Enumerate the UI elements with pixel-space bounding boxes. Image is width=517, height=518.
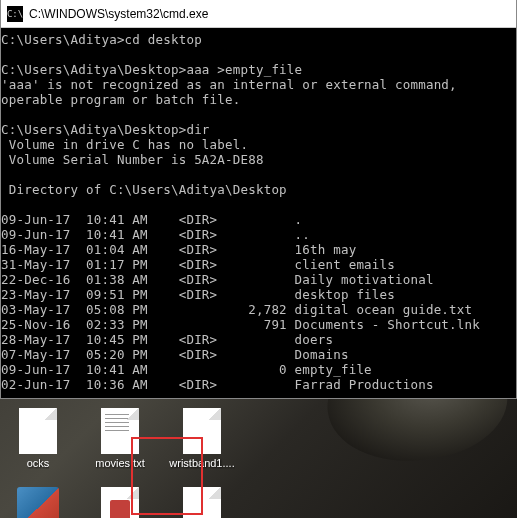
- file-icon: [183, 408, 221, 454]
- textfile-icon: [101, 408, 139, 454]
- cmd-window: C:\ C:\WINDOWS\system32\cmd.exe C:\Users…: [0, 0, 517, 399]
- desktop-icon-movies[interactable]: movies.txt: [88, 408, 152, 469]
- icon-row: op files 16th may empty_file: [4, 487, 513, 518]
- desktop-icon-wristband[interactable]: wristband1....: [170, 408, 234, 469]
- icon-label: wristband1....: [169, 457, 234, 469]
- icon-row: ocks movies.txt wristband1....: [4, 408, 513, 469]
- file-icon: [183, 487, 221, 518]
- titlebar[interactable]: C:\ C:\WINDOWS\system32\cmd.exe: [1, 0, 516, 28]
- desktop-icons-area: ocks movies.txt wristband1.... op files …: [0, 400, 517, 518]
- cmd-icon: C:\: [7, 6, 23, 22]
- window-title: C:\WINDOWS\system32\cmd.exe: [29, 7, 208, 21]
- file-icon: [19, 408, 57, 454]
- pdf-icon: [101, 487, 139, 518]
- icon-label: ocks: [27, 457, 50, 469]
- app-icon: [17, 487, 59, 518]
- desktop-icon-opfiles[interactable]: op files: [6, 487, 70, 518]
- icon-label: movies.txt: [95, 457, 145, 469]
- desktop-icon-ocks[interactable]: ocks: [6, 408, 70, 469]
- desktop-icon-16thmay[interactable]: 16th may: [88, 487, 152, 518]
- desktop-icon-emptyfile[interactable]: empty_file: [170, 487, 234, 518]
- terminal-output[interactable]: C:\Users\Aditya>cd desktop C:\Users\Adit…: [1, 28, 516, 398]
